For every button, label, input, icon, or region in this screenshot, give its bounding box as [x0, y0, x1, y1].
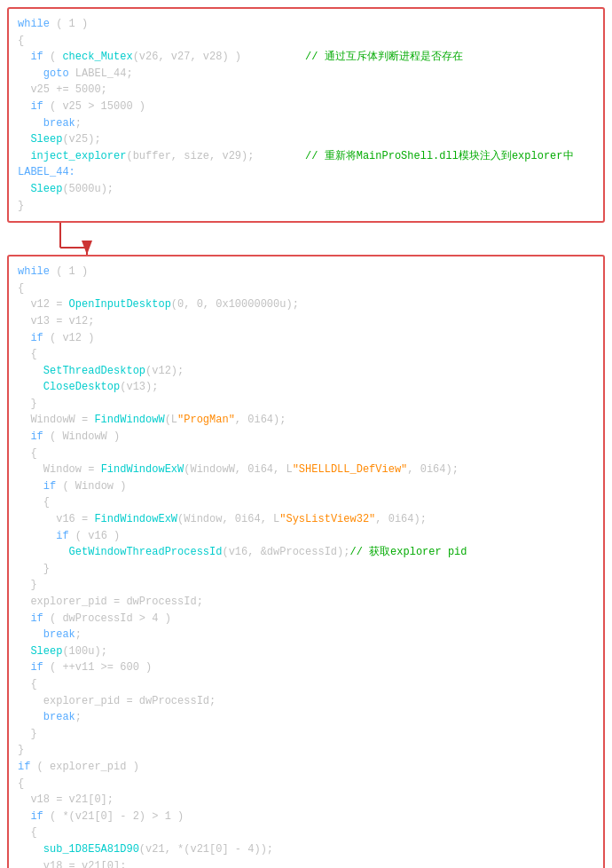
- b2l20: }: [18, 577, 594, 594]
- b2l6: {: [18, 346, 594, 363]
- b2l16: v16 = FindWindowExW(Window, 0i64, L"SysL…: [18, 511, 594, 528]
- b2l4: v13 = v12;: [18, 313, 594, 330]
- b2l34: if ( *(v21[0] - 2) > 1 ): [18, 809, 594, 825]
- b2l37: v18 = v21[0];: [18, 858, 594, 869]
- b2l32: {: [18, 776, 594, 793]
- b2l22: if ( dwProcessId > 4 ): [18, 611, 594, 627]
- b2l13: Window = FindWindowExW(WindowW, 0i64, L"…: [18, 462, 594, 478]
- code-block-2: while ( 1 ){ v12 = OpenInputDesktop(0, 0…: [7, 255, 605, 868]
- b2l14: if ( Window ): [18, 478, 594, 495]
- b2l35: {: [18, 825, 594, 841]
- b2l26: {: [18, 676, 594, 693]
- b1l7: break;: [18, 115, 594, 132]
- b1l2: {: [18, 33, 594, 50]
- b2l31: if ( explorer_pid ): [18, 759, 594, 776]
- b2l10: WindowW = FindWindowW(L"ProgMan", 0i64);: [18, 412, 594, 429]
- b2l30: }: [18, 742, 594, 759]
- b2l1: while ( 1 ): [18, 264, 594, 280]
- b1l9: inject_explorer(buffer, size, v29); // 重…: [18, 148, 594, 165]
- b2l18: GetWindowThreadProcessId(v16, &dwProcess…: [18, 544, 594, 561]
- b2l8: CloseDesktop(v13);: [18, 379, 594, 396]
- b2l36: sub_1D8E5A81D90(v21, *(v21[0] - 4));: [18, 841, 594, 858]
- b1l4: goto LABEL_44;: [18, 66, 594, 83]
- b2l7: SetThreadDesktop(v12);: [18, 363, 594, 380]
- b2l12: {: [18, 446, 594, 462]
- b1l6: if ( v25 > 15000 ): [18, 99, 594, 115]
- b2l24: Sleep(100u);: [18, 643, 594, 660]
- b1l1: while ( 1 ): [18, 16, 594, 33]
- arrow-svg: [34, 223, 140, 255]
- b1l11: Sleep(5000u);: [18, 181, 594, 198]
- b1l10: LABEL_44:: [18, 164, 594, 181]
- b2l19: }: [18, 561, 594, 578]
- b1l5: v25 += 5000;: [18, 82, 594, 99]
- b2l9: }: [18, 396, 594, 413]
- b1l12: }: [18, 198, 594, 215]
- b2l23: break;: [18, 627, 594, 643]
- b2l3: v12 = OpenInputDesktop(0, 0, 0x10000000u…: [18, 296, 594, 313]
- b1l8: Sleep(v25);: [18, 131, 594, 148]
- b2l15: {: [18, 494, 594, 511]
- b2l5: if ( v12 ): [18, 330, 594, 347]
- arrow-area: [7, 223, 605, 255]
- b2l28: break;: [18, 709, 594, 726]
- b2l2: {: [18, 280, 594, 297]
- b1l3: if ( check_Mutex(v26, v27, v28) ) // 通过互…: [18, 49, 594, 66]
- b2l27: explorer_pid = dwProcessId;: [18, 693, 594, 710]
- b2l11: if ( WindowW ): [18, 429, 594, 446]
- b2l25: if ( ++v11 >= 600 ): [18, 659, 594, 676]
- b2l33: v18 = v21[0];: [18, 792, 594, 809]
- b2l17: if ( v16 ): [18, 528, 594, 545]
- b2l21: explorer_pid = dwProcessId;: [18, 594, 594, 611]
- b2l29: }: [18, 726, 594, 743]
- code-block-1: while ( 1 ){ if ( check_Mutex(v26, v27, …: [7, 7, 605, 223]
